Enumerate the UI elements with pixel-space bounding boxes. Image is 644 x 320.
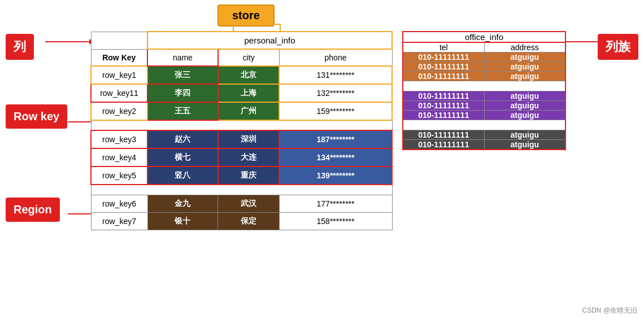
table-row: row_key6 金九 武汉 177******** <box>91 195 392 212</box>
office-table-row: 010-11111111 atguigu <box>403 91 565 101</box>
office-table-row: 010-11111111 atguigu <box>403 101 565 111</box>
office-table-row: 010-11111111 atguigu <box>403 130 565 140</box>
gap-row <box>403 120 565 130</box>
table-row: row_key1 张三 北京 131******** <box>91 66 392 84</box>
col-name-header: name <box>147 49 218 66</box>
arrow-lie-icon <box>45 41 90 42</box>
office-info-header: office_info <box>403 32 565 42</box>
table-row: row_key4 横七 大连 134******** <box>91 148 392 166</box>
table-row: row_key11 李四 上海 132******** <box>91 84 392 102</box>
label-liezu: 列族 <box>598 34 638 60</box>
office-table-row: 010-11111111 atguigu <box>403 140 565 150</box>
office-info-table: office_info tel address 010-11111111 atg… <box>402 31 566 150</box>
table-row: row_key7 银十 保定 158******** <box>91 212 392 230</box>
office-table-row: 010-11111111 atguigu <box>403 111 565 120</box>
office-table-row: 010-11111111 atguigu <box>403 52 565 62</box>
gap-row <box>91 120 392 130</box>
label-rowkey: Row key <box>6 104 67 129</box>
label-region: Region <box>6 198 60 222</box>
label-lie: 列 <box>6 34 34 60</box>
watermark: CSDN @依晴无旧 <box>582 306 637 315</box>
col-city-header: city <box>218 49 279 66</box>
table-row: row_key5 竖八 重庆 139******** <box>91 166 392 185</box>
table-row: row_key2 王五 广州 159******** <box>91 102 392 120</box>
col-address-header: address <box>484 42 565 52</box>
office-table-row: 010-11111111 atguigu <box>403 72 565 81</box>
col-rowkey-header: Row Key <box>91 49 147 66</box>
gap-row <box>403 81 565 91</box>
main-container: 列 列族 Row key Region store personal_info … <box>0 0 644 320</box>
personal-info-header: personal_info <box>147 32 392 49</box>
col-phone-header: phone <box>279 49 392 66</box>
table-row: row_key3 赵六 深圳 187******** <box>91 130 392 148</box>
personal-info-table: personal_info Row Key name city phone ro… <box>90 31 393 230</box>
office-table-row: 010-11111111 atguigu <box>403 62 565 72</box>
store-line-h <box>233 24 281 25</box>
gap-row <box>91 185 392 195</box>
col-tel-header: tel <box>403 42 484 52</box>
